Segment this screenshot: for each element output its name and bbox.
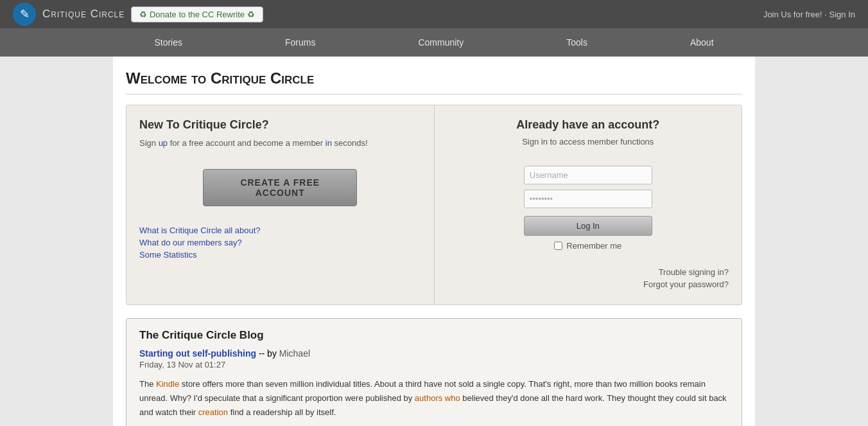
blog-post-author: Michael xyxy=(279,348,310,359)
new-account-heading: New To Critique Circle? xyxy=(139,118,421,132)
trouble-signing-in-link[interactable]: Trouble signing in? xyxy=(447,267,729,277)
blog-post-content: The Kindle store offers more than seven … xyxy=(139,377,729,420)
remember-me-checkbox[interactable] xyxy=(554,242,562,250)
nav-about[interactable]: About xyxy=(639,28,765,57)
creation-word: creation xyxy=(198,407,228,417)
remember-me-row: Remember me xyxy=(554,241,621,251)
blog-post-header: Starting out self-publishing -- by Micha… xyxy=(139,348,729,359)
subtext-part1: Sign xyxy=(139,138,159,148)
who-word: who xyxy=(445,393,460,403)
blog-post-date: Friday, 13 Nov at 01:27 xyxy=(139,360,729,369)
kindle-word: Kindle xyxy=(156,379,179,389)
new-account-section: New To Critique Circle? Sign up for a fr… xyxy=(126,105,435,305)
blog-section: The Critique Circle Blog Starting out se… xyxy=(126,318,742,426)
in-link[interactable]: in xyxy=(326,138,332,148)
login-links: Trouble signing in? Forgot your password… xyxy=(447,267,729,292)
create-account-button[interactable]: Create a Free Account xyxy=(203,169,357,206)
main-content: Welcome to Critique Circle New To Critiq… xyxy=(113,57,755,426)
nav-community[interactable]: Community xyxy=(367,28,515,57)
remember-me-label: Remember me xyxy=(566,241,621,251)
new-account-subtext: Sign up for a free account and become a … xyxy=(139,137,421,150)
sign-in-link[interactable]: Sign In xyxy=(829,10,855,19)
existing-account-heading: Already have an account? xyxy=(447,118,729,132)
info-links: What is Critique Circle all about? What … xyxy=(139,226,421,260)
blog-post-separator: -- by xyxy=(256,348,279,359)
about-link[interactable]: What is Critique Circle all about? xyxy=(139,226,421,235)
existing-account-section: Already have an account? Sign in to acce… xyxy=(435,105,742,305)
password-input[interactable] xyxy=(524,190,652,208)
statistics-link[interactable]: Some Statistics xyxy=(139,250,421,260)
blog-post-title[interactable]: Starting out self-publishing xyxy=(139,348,256,359)
logo-area: ✎ Critique Circle ♻ Donate to the CC Rew… xyxy=(13,3,263,26)
site-title: Critique Circle xyxy=(42,8,125,21)
authors-word: authors xyxy=(415,393,442,403)
join-link[interactable]: Join Us for free! xyxy=(763,10,822,19)
separator: · xyxy=(824,10,827,19)
nav-forums[interactable]: Forums xyxy=(234,28,367,57)
subtext-part2: for a free account and become a member xyxy=(168,138,326,148)
navbar: Stories Forums Community Tools About xyxy=(0,28,868,57)
page-title: Welcome to Critique Circle xyxy=(126,69,742,94)
nav-tools[interactable]: Tools xyxy=(515,28,639,57)
topbar-right: Join Us for free! · Sign In xyxy=(763,10,855,19)
existing-account-subtext: Sign in to access member functions xyxy=(447,137,729,146)
login-button[interactable]: Log In xyxy=(524,216,652,236)
donate-button[interactable]: ♻ Donate to the CC Rewrite ♻ xyxy=(131,6,263,22)
subtext-part3: seconds! xyxy=(332,138,368,148)
blog-title: The Critique Circle Blog xyxy=(139,329,729,342)
blog-content-text: The Kindle store offers more than seven … xyxy=(139,379,727,417)
topbar: ✎ Critique Circle ♻ Donate to the CC Rew… xyxy=(0,0,868,28)
welcome-panel: New To Critique Circle? Sign up for a fr… xyxy=(126,105,742,305)
username-input[interactable] xyxy=(524,166,652,184)
forgot-password-link[interactable]: Forgot your password? xyxy=(447,280,729,289)
logo-icon: ✎ xyxy=(13,3,36,26)
signup-link[interactable]: up xyxy=(159,138,168,148)
nav-stories[interactable]: Stories xyxy=(103,28,234,57)
members-say-link[interactable]: What do our members say? xyxy=(139,238,421,247)
login-form: Log In Remember me Trouble signing in? F… xyxy=(447,159,729,292)
